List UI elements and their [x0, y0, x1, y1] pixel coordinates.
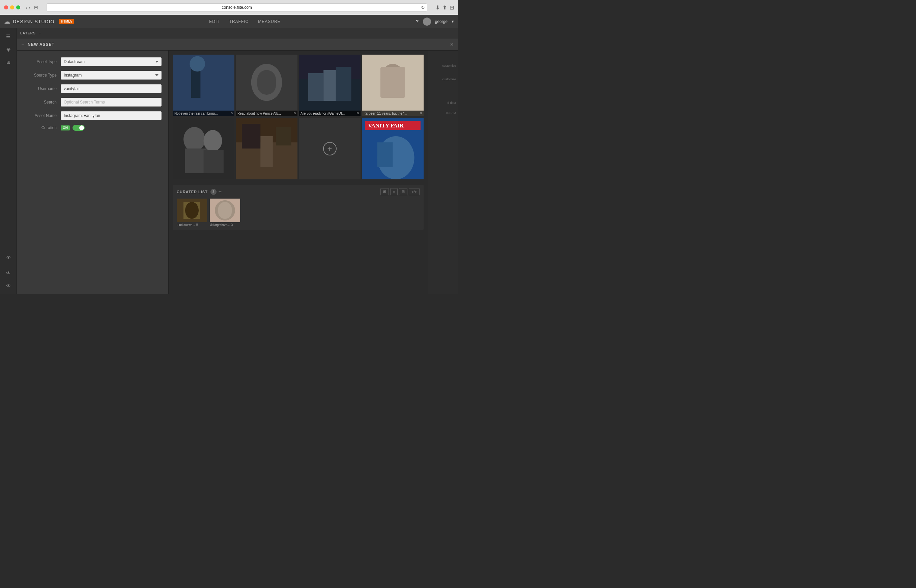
main-navigation: EDIT TRAFFIC MEASURE	[74, 19, 416, 24]
sidebar-eye-icon[interactable]: 👁	[3, 252, 14, 263]
image-cell-4[interactable]: It's been 11 years, but the "... ⧉	[362, 55, 423, 116]
help-button[interactable]: ?	[416, 19, 419, 24]
share-button[interactable]: ⬆	[443, 4, 447, 11]
image-caption-2: Read about how Prince Alb... ⧉	[236, 111, 297, 116]
asset-type-select[interactable]: DatastreamImageVideo	[61, 57, 162, 66]
image-grid: Not even the rain can bring... ⧉	[173, 55, 423, 179]
preview-panel: Not even the rain can bring... ⧉	[169, 50, 428, 294]
url-display: console.flite.com	[221, 5, 252, 10]
layer-bar: LAYERS ⊤	[17, 28, 458, 39]
minimize-window-button[interactable]	[10, 5, 14, 10]
source-type-label: Source Type	[24, 73, 61, 78]
asset-name-input[interactable]	[61, 111, 162, 120]
curated-header: CURATED LIST 2 + ⊞ ≡ ⊟ </>	[177, 188, 420, 195]
nav-edit[interactable]: EDIT	[209, 19, 220, 24]
image-cell-6[interactable]	[236, 118, 297, 179]
code-view-button[interactable]: </>	[409, 188, 420, 195]
html5-badge: HTML5	[59, 19, 74, 24]
link-icon-2: ⧉	[294, 111, 296, 115]
modal-container: ← NEW ASSET ✕ Asset Type DatastreamImage…	[17, 39, 458, 294]
svg-rect-34	[218, 202, 232, 219]
svg-point-16	[204, 130, 222, 152]
grid-view-button[interactable]: ⊞	[380, 188, 389, 195]
svg-rect-8	[308, 73, 323, 101]
forward-button[interactable]: ›	[29, 5, 30, 10]
username-input[interactable]	[61, 84, 162, 93]
image-cell-3[interactable]: Are you ready for #GameOf... ⧉	[299, 55, 360, 116]
curation-toggle[interactable]	[73, 125, 85, 131]
source-type-select[interactable]: InstagramTwitterFacebookRSS	[61, 71, 162, 79]
asset-type-row: Asset Type DatastreamImageVideo	[24, 57, 162, 66]
app-logo: ☁ DESIGN STUDIO HTML5	[4, 18, 74, 25]
traffic-lights	[4, 5, 20, 10]
search-row: Search	[24, 98, 162, 107]
left-sidebar: ☰ ◉ ⊞ 👁 👁 👁	[0, 28, 17, 294]
svg-rect-9	[336, 67, 351, 101]
compact-view-button[interactable]: ⊟	[399, 188, 407, 195]
svg-rect-28	[377, 142, 393, 167]
svg-rect-18	[204, 150, 224, 173]
back-button[interactable]: ‹	[26, 5, 27, 10]
image-cell-1[interactable]: Not even the rain can bring... ⧉	[173, 55, 234, 116]
close-window-button[interactable]	[4, 5, 8, 10]
image-cell-5[interactable]	[173, 118, 234, 179]
sidebar-layers-icon[interactable]: ☰	[3, 31, 14, 42]
maximize-window-button[interactable]	[16, 5, 20, 10]
modal-header: ← NEW ASSET ✕	[17, 39, 458, 50]
username-label: Username	[24, 86, 61, 91]
link-icon-1: ⧉	[231, 111, 233, 115]
curated-add-button[interactable]: +	[218, 189, 221, 195]
svg-rect-23	[276, 127, 291, 145]
modal-title: NEW ASSET	[27, 42, 55, 47]
svg-point-2	[189, 56, 205, 72]
browser-navigation: ‹ ›	[26, 5, 30, 10]
link-icon-3: ⧉	[357, 111, 359, 115]
window-button[interactable]: ⊟	[34, 5, 38, 10]
toggle-on-label: ON	[61, 125, 70, 131]
svg-point-15	[184, 127, 205, 151]
address-bar[interactable]: console.flite.com ↻	[46, 3, 427, 11]
form-panel: Asset Type DatastreamImageVideo Source T…	[17, 50, 169, 294]
image-cell-add[interactable]: +	[299, 118, 360, 179]
image-cell-2[interactable]: Read about how Prince Alb... ⧉	[236, 55, 297, 116]
svg-text:VANITY FAIR: VANITY FAIR	[368, 123, 404, 129]
cloud-icon: ☁	[4, 18, 10, 25]
curated-view-buttons: ⊞ ≡ ⊟ </>	[380, 188, 420, 195]
download-button[interactable]: ⬇	[435, 4, 440, 11]
curated-link-icon-2: ⧉	[231, 223, 233, 226]
curated-item-caption-2: @katgraham... ⧉	[210, 223, 240, 226]
nav-traffic[interactable]: TRAFFIC	[229, 19, 249, 24]
image-caption-4: It's been 11 years, but the "... ⧉	[362, 111, 423, 116]
curated-item-2[interactable]: @katgraham... ⧉	[210, 199, 240, 226]
search-input[interactable]	[61, 98, 162, 107]
header-right: ? george ▾	[416, 18, 454, 26]
sidebar-eye2-icon[interactable]: 👁	[3, 268, 14, 278]
svg-rect-17	[185, 149, 207, 173]
filter-icon[interactable]: ⊤	[39, 31, 42, 35]
curated-section: CURATED LIST 2 + ⊞ ≡ ⊟ </>	[173, 185, 423, 230]
reload-button[interactable]: ↻	[421, 5, 425, 10]
add-more-icon[interactable]: +	[323, 142, 337, 155]
svg-rect-22	[242, 124, 260, 149]
reader-button[interactable]: ⊟	[449, 4, 454, 11]
image-cell-8[interactable]: VANITY FAIR	[362, 118, 423, 179]
hint-stream: TREAM	[430, 111, 456, 115]
image-caption-3: Are you ready for #GameOf... ⧉	[299, 111, 360, 116]
app-header: ☁ DESIGN STUDIO HTML5 EDIT TRAFFIC MEASU…	[0, 15, 458, 28]
image-caption-1: Not even the rain can bring... ⧉	[173, 111, 234, 116]
sidebar-grid-icon[interactable]: ⊞	[3, 57, 14, 68]
sidebar-settings-icon[interactable]: ◉	[3, 44, 14, 55]
modal-close-button[interactable]: ✕	[450, 42, 454, 47]
svg-rect-5	[257, 70, 276, 95]
user-menu-button[interactable]: ▾	[452, 19, 454, 24]
user-name: george	[435, 19, 447, 24]
svg-rect-21	[260, 136, 273, 167]
curated-item-1[interactable]: Find out wh... ⧉	[177, 199, 207, 226]
svg-point-31	[185, 202, 199, 219]
asset-name-row: Asset Name	[24, 111, 162, 120]
curated-items-list: Find out wh... ⧉	[177, 199, 420, 226]
curated-count: 2	[210, 189, 216, 195]
sidebar-eye3-icon[interactable]: 👁	[3, 281, 14, 291]
nav-measure[interactable]: MEASURE	[258, 19, 280, 24]
list-view-button[interactable]: ≡	[390, 188, 397, 195]
